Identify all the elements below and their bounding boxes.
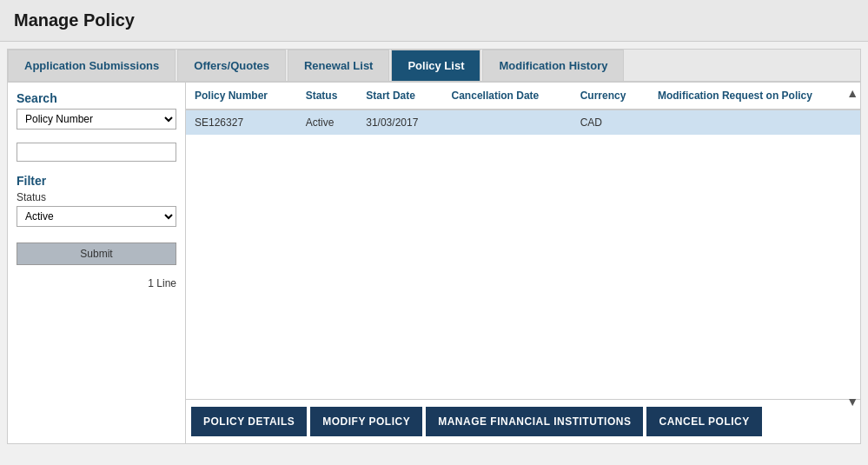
tab-offers-quotes[interactable]: Offers/Quotes [177,50,286,81]
tab-application-submissions[interactable]: Application Submissions [8,50,176,81]
line-count: 1 Line [17,277,176,289]
cell-cancellation-date [443,110,572,135]
submit-button[interactable]: Submit [17,242,176,265]
left-panel: Search Policy NumberStatusStart Date Fil… [8,83,186,443]
col-modification-request: Modification Request on Policy [649,83,860,110]
col-start-date: Start Date [357,83,442,110]
tabs-bar: Application Submissions Offers/Quotes Re… [8,50,860,83]
page-title: Manage Policy [0,0,868,42]
col-policy-number: Policy Number [186,83,297,110]
cell-policy-number: SE126327 [186,110,297,135]
search-input[interactable] [17,143,176,162]
cell-status: Active [297,110,358,135]
tab-modification-history[interactable]: Modification History [482,50,624,81]
modify-policy-button[interactable]: MODIFY POLICY [310,407,422,436]
col-currency: Currency [572,83,649,110]
table-row[interactable]: SE126327 Active 31/03/2017 CAD [186,110,860,135]
scroll-up-icon[interactable]: ▲ [846,86,858,100]
policy-details-button[interactable]: POLICY DETAILS [191,407,307,436]
manage-financial-institutions-button[interactable]: MANAGE FINANCIAL INSTITUTIONS [426,407,643,436]
cell-currency: CAD [572,110,649,135]
col-status: Status [297,83,358,110]
search-section-label: Search [17,91,176,105]
filter-section-label: Filter [17,174,176,188]
bottom-buttons: POLICY DETAILS MODIFY POLICY MANAGE FINA… [186,399,860,443]
status-dropdown[interactable]: ActiveInactiveAll [17,206,176,227]
right-panel: Policy Number Status Start Date Cancella… [186,83,860,443]
cell-start-date: 31/03/2017 [357,110,442,135]
cancel-policy-button[interactable]: CANCEL POLICY [646,407,761,436]
tab-renewal-list[interactable]: Renewal List [288,50,389,81]
tab-policy-list[interactable]: Policy List [391,50,480,81]
table-wrapper: Policy Number Status Start Date Cancella… [186,83,860,399]
status-filter-label: Status [17,191,176,203]
scroll-down-icon[interactable]: ▼ [846,395,858,399]
search-type-dropdown[interactable]: Policy NumberStatusStart Date [17,109,176,130]
policy-table: Policy Number Status Start Date Cancella… [186,83,860,135]
cell-modification-request [649,110,860,135]
col-cancellation-date: Cancellation Date [443,83,572,110]
